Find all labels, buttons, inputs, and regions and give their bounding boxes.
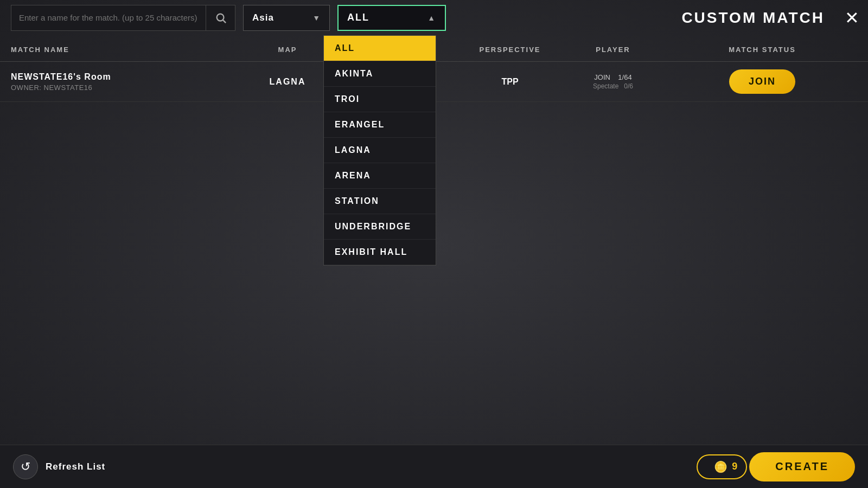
coin-icon: 🪙 xyxy=(714,460,727,473)
header: Asia ▼ ALL ▲ CUSTOM MATCH ✕ xyxy=(0,0,868,35)
create-button[interactable]: CREATE xyxy=(749,452,855,481)
player-join-label: JOIN 1/64 xyxy=(559,73,667,81)
search-input[interactable] xyxy=(19,13,198,22)
page-title: CUSTOM MATCH xyxy=(681,9,825,27)
map-option-station[interactable]: STATION xyxy=(324,189,436,214)
refresh-label: Refresh List xyxy=(46,461,105,472)
refresh-icon: ↺ xyxy=(13,454,38,479)
map-option-lagna[interactable]: LAGNA xyxy=(324,138,436,163)
search-area xyxy=(11,5,235,31)
search-input-wrap[interactable] xyxy=(11,5,206,31)
svg-point-0 xyxy=(216,14,224,21)
player-cell: JOIN 1/64 Spectate 0/6 xyxy=(559,73,667,90)
coin-badge: 🪙 9 xyxy=(697,454,747,479)
match-name-owner: OWNER: NEWSTATE16 xyxy=(11,84,212,92)
map-filter-dropdown[interactable]: ALL ▲ xyxy=(337,5,446,31)
map-dropdown-menu: ALL AKINTA TROI ERANGEL LAGNA ARENA STAT… xyxy=(323,35,436,266)
match-name-main: NEWSTATE16's Room xyxy=(11,72,212,82)
create-group: 🪙 9 CREATE xyxy=(697,452,855,481)
col-player: PLAYER xyxy=(559,46,667,54)
status-cell: JOIN xyxy=(667,69,857,94)
map-option-exhibit-hall[interactable]: EXHIBIT HALL xyxy=(324,240,436,265)
map-option-underbridge[interactable]: UNDERBRIDGE xyxy=(324,214,436,240)
chevron-down-icon: ▼ xyxy=(312,14,321,22)
search-button[interactable] xyxy=(206,5,235,31)
match-name-cell: NEWSTATE16's Room OWNER: NEWSTATE16 xyxy=(11,72,212,92)
join-button[interactable]: JOIN xyxy=(729,69,795,94)
col-perspective: PERSPECTIVE xyxy=(461,46,559,54)
map-option-troi[interactable]: TROI xyxy=(324,87,436,112)
map-option-akinta[interactable]: AKINTA xyxy=(324,61,436,87)
perspective-cell: TPP xyxy=(461,77,559,87)
map-filter-selected: ALL xyxy=(347,12,369,23)
footer: ↺ Refresh List 🪙 9 CREATE xyxy=(0,445,868,488)
region-dropdown[interactable]: Asia ▼ xyxy=(243,5,330,31)
map-option-arena[interactable]: ARENA xyxy=(324,163,436,189)
coin-count: 9 xyxy=(732,461,737,472)
map-option-all[interactable]: ALL xyxy=(324,36,436,61)
svg-line-1 xyxy=(223,20,226,23)
region-label: Asia xyxy=(252,12,274,23)
search-icon xyxy=(215,12,227,24)
map-option-erangel[interactable]: ERANGEL xyxy=(324,112,436,138)
refresh-area[interactable]: ↺ Refresh List xyxy=(13,454,105,479)
col-match-name: MATCH NAME xyxy=(11,46,212,54)
col-match-status: MATCH STATUS xyxy=(667,46,857,54)
player-spectate-label: Spectate 0/6 xyxy=(559,82,667,90)
chevron-up-icon: ▲ xyxy=(427,14,436,22)
close-button[interactable]: ✕ xyxy=(845,9,859,27)
